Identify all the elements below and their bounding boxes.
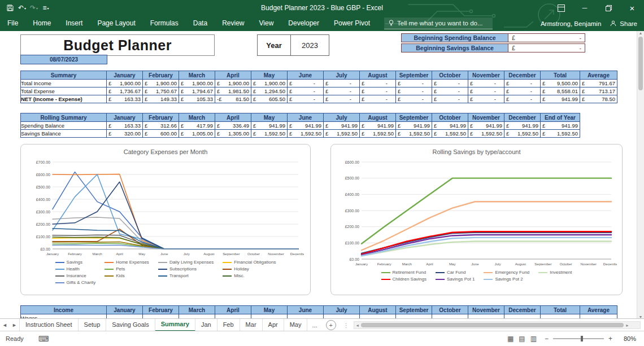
extra-header-cell[interactable]: Total — [541, 71, 580, 80]
date-cell[interactable]: 08/07/2023 — [20, 55, 107, 64]
cell[interactable]: £791.67 — [580, 80, 617, 87]
month-header-cell[interactable]: November — [468, 113, 504, 122]
sheet-tab-saving-goals[interactable]: Saving Goals — [106, 319, 155, 331]
cell[interactable]: £1,592.50 — [396, 130, 432, 138]
month-header-cell[interactable]: September — [396, 71, 432, 80]
cell[interactable]: £320.00 — [107, 130, 143, 138]
month-header-cell[interactable]: November — [468, 306, 504, 314]
cell[interactable]: £1,592.50 — [288, 130, 324, 138]
month-header-cell[interactable]: May — [251, 306, 288, 314]
cell[interactable]: £941.99 — [504, 122, 541, 130]
year-value-cell[interactable]: 2023 — [291, 35, 329, 55]
cell[interactable]: £- — [324, 95, 360, 103]
cell[interactable]: £605.50 — [251, 95, 288, 103]
sheet-tab-summary[interactable]: Summary — [155, 319, 195, 331]
cell[interactable]: £105.33 — [179, 95, 215, 103]
month-header-cell[interactable]: January — [107, 306, 143, 314]
undo-button[interactable]: ↶ ▾ — [16, 2, 28, 14]
month-header-cell[interactable]: February — [143, 113, 179, 122]
month-header-cell[interactable]: September — [396, 306, 432, 314]
cell[interactable]: £1,900.00 — [143, 80, 179, 87]
month-header-cell[interactable]: April — [215, 113, 251, 122]
extra-header-cell[interactable]: Average — [580, 71, 617, 80]
ribbon-tab-page-layout[interactable]: Page Layout — [90, 16, 142, 31]
cell[interactable]: £1,592.50 — [360, 130, 396, 138]
cell[interactable]: £941.99 — [324, 122, 360, 130]
ribbon-tab-file[interactable]: File — [0, 16, 25, 31]
ribbon-tab-home[interactable]: Home — [25, 16, 58, 31]
sheet-tab-apr[interactable]: Apr — [263, 319, 284, 331]
row-label-cell[interactable]: Savings Balance — [21, 130, 107, 138]
cell[interactable]: £417.99 — [179, 122, 215, 130]
cell[interactable]: £1,981.50 — [215, 87, 251, 95]
zoom-slider-thumb[interactable] — [581, 336, 583, 341]
month-header-cell[interactable]: May — [251, 71, 288, 80]
cell[interactable]: £941.99 — [360, 122, 396, 130]
user-name[interactable]: Armstrong, Benjamin — [541, 20, 601, 27]
cell[interactable]: £8,558.01 — [541, 87, 580, 95]
beginning-spending-label[interactable]: Beginning Spending Balance — [401, 33, 508, 42]
month-header-cell[interactable]: December — [504, 113, 541, 122]
cell[interactable]: £- — [396, 87, 432, 95]
cell[interactable]: £941.99 — [468, 122, 504, 130]
row-label-cell[interactable]: Spending Balance — [21, 122, 107, 130]
vertical-scroll-thumb[interactable] — [638, 37, 643, 90]
scroll-left-icon[interactable]: ◄ — [354, 323, 361, 327]
month-header-cell[interactable]: August — [360, 113, 396, 122]
cell[interactable]: £941.99 — [288, 122, 324, 130]
cell[interactable]: £1,592.50 — [504, 130, 541, 138]
cell[interactable]: £9,500.00 — [541, 80, 580, 87]
month-header-cell[interactable]: July — [324, 113, 360, 122]
share-button[interactable]: Share — [610, 20, 637, 27]
cell[interactable]: £1,900.00 — [179, 80, 215, 87]
sheet-tab-may[interactable]: May — [284, 319, 308, 331]
horizontal-scrollbar[interactable]: ◄ ► — [354, 321, 641, 329]
cell[interactable]: £- — [504, 80, 541, 87]
cell[interactable]: £941.99 — [432, 122, 468, 130]
cell[interactable]: £- — [396, 80, 432, 87]
cell[interactable]: £1,592.50 — [468, 130, 504, 138]
month-header-cell[interactable]: April — [215, 306, 251, 314]
row-label-cell[interactable]: NET (Income - Expense) — [21, 95, 107, 103]
cell[interactable]: £- — [288, 80, 324, 87]
more-sheets-button[interactable]: ... — [307, 319, 321, 331]
month-header-cell[interactable]: December — [504, 306, 541, 314]
cell[interactable]: £- — [432, 80, 468, 87]
cell[interactable]: £1,294.50 — [251, 87, 288, 95]
cell[interactable]: £1,900.00 — [107, 80, 143, 87]
month-header-cell[interactable]: August — [360, 306, 396, 314]
month-header-cell[interactable]: August — [360, 71, 396, 80]
cell[interactable]: £- — [432, 95, 468, 103]
cell[interactable]: £941.99 — [396, 122, 432, 130]
month-header-cell[interactable]: November — [468, 71, 504, 80]
ribbon-tab-data[interactable]: Data — [186, 16, 215, 31]
rolling-savings-chart[interactable]: Rolling Savings by type/account £0.00£10… — [330, 144, 623, 295]
cell[interactable]: £941.99 — [541, 95, 580, 103]
month-header-cell[interactable]: February — [143, 306, 179, 314]
table-title-cell[interactable]: Summary — [21, 71, 107, 80]
zoom-level[interactable]: 80% — [620, 335, 636, 342]
month-header-cell[interactable]: October — [432, 306, 468, 314]
ribbon-tab-view[interactable]: View — [252, 16, 281, 31]
cell[interactable]: £1,736.67 — [107, 87, 143, 95]
extra-header-cell[interactable]: Average — [580, 306, 617, 314]
cell[interactable]: £- — [288, 95, 324, 103]
sheet-title-cell[interactable]: Budget Planner — [20, 34, 215, 56]
cell[interactable]: £- — [324, 80, 360, 87]
month-header-cell[interactable]: June — [288, 113, 324, 122]
scroll-up-icon[interactable]: ▲ — [639, 31, 643, 35]
year-label-cell[interactable]: Year — [258, 35, 291, 55]
month-header-cell[interactable]: February — [143, 71, 179, 80]
ribbon-tab-power-pivot[interactable]: Power Pivot — [327, 16, 377, 31]
sheet-nav-left-icon[interactable]: ◄ — [0, 322, 10, 328]
cell[interactable]: £600.00 — [143, 130, 179, 138]
month-header-cell[interactable]: July — [324, 306, 360, 314]
zoom-slider[interactable] — [553, 338, 604, 339]
horizontal-scroll-thumb[interactable] — [361, 323, 624, 327]
ribbon-tab-formulas[interactable]: Formulas — [143, 16, 186, 31]
month-header-cell[interactable]: July — [324, 71, 360, 80]
sheet-nav-right-icon[interactable]: ► — [10, 322, 19, 328]
sheet-tab-feb[interactable]: Feb — [217, 319, 240, 331]
cell[interactable]: £78.50 — [580, 95, 617, 103]
cell[interactable]: £1,794.67 — [179, 87, 215, 95]
